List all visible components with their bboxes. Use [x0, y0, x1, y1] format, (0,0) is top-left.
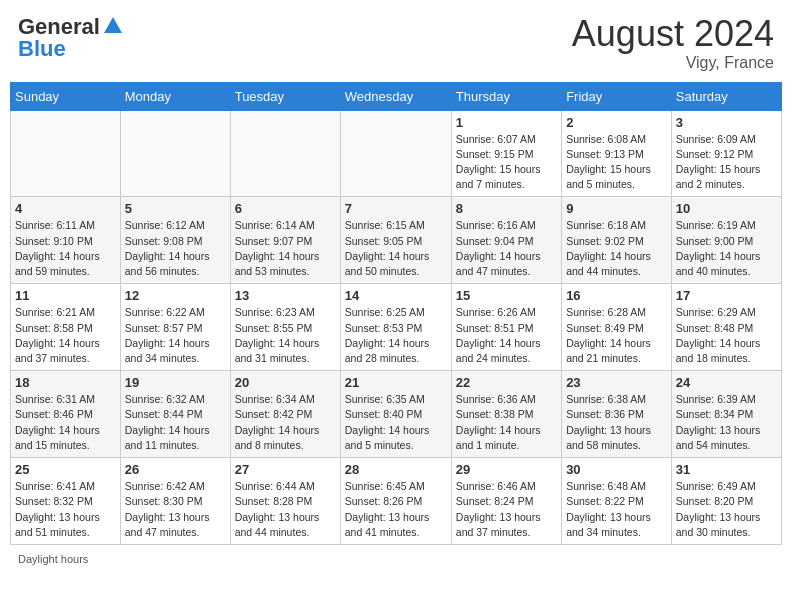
day-number: 18	[15, 375, 116, 390]
calendar-day-header: Friday	[562, 82, 672, 110]
day-number: 30	[566, 462, 667, 477]
day-number: 28	[345, 462, 447, 477]
day-info: Sunrise: 6:19 AM Sunset: 9:00 PM Dayligh…	[676, 218, 777, 279]
calendar-day-cell: 22Sunrise: 6:36 AM Sunset: 8:38 PM Dayli…	[451, 371, 561, 458]
day-info: Sunrise: 6:16 AM Sunset: 9:04 PM Dayligh…	[456, 218, 557, 279]
day-number: 29	[456, 462, 557, 477]
day-number: 13	[235, 288, 336, 303]
day-info: Sunrise: 6:36 AM Sunset: 8:38 PM Dayligh…	[456, 392, 557, 453]
calendar-day-cell: 15Sunrise: 6:26 AM Sunset: 8:51 PM Dayli…	[451, 284, 561, 371]
day-number: 11	[15, 288, 116, 303]
day-info: Sunrise: 6:31 AM Sunset: 8:46 PM Dayligh…	[15, 392, 116, 453]
calendar-week-row: 18Sunrise: 6:31 AM Sunset: 8:46 PM Dayli…	[11, 371, 782, 458]
calendar-week-row: 1Sunrise: 6:07 AM Sunset: 9:15 PM Daylig…	[11, 110, 782, 197]
calendar-day-cell: 11Sunrise: 6:21 AM Sunset: 8:58 PM Dayli…	[11, 284, 121, 371]
calendar-day-cell: 17Sunrise: 6:29 AM Sunset: 8:48 PM Dayli…	[671, 284, 781, 371]
day-info: Sunrise: 6:46 AM Sunset: 8:24 PM Dayligh…	[456, 479, 557, 540]
day-number: 14	[345, 288, 447, 303]
day-info: Sunrise: 6:11 AM Sunset: 9:10 PM Dayligh…	[15, 218, 116, 279]
calendar-day-cell: 19Sunrise: 6:32 AM Sunset: 8:44 PM Dayli…	[120, 371, 230, 458]
calendar-day-cell: 27Sunrise: 6:44 AM Sunset: 8:28 PM Dayli…	[230, 458, 340, 545]
calendar-day-cell: 25Sunrise: 6:41 AM Sunset: 8:32 PM Dayli…	[11, 458, 121, 545]
calendar-day-header: Thursday	[451, 82, 561, 110]
calendar-day-cell: 23Sunrise: 6:38 AM Sunset: 8:36 PM Dayli…	[562, 371, 672, 458]
day-number: 3	[676, 115, 777, 130]
calendar-day-cell: 5Sunrise: 6:12 AM Sunset: 9:08 PM Daylig…	[120, 197, 230, 284]
page-header: General Blue August 2024 Vigy, France	[10, 10, 782, 76]
day-info: Sunrise: 6:41 AM Sunset: 8:32 PM Dayligh…	[15, 479, 116, 540]
day-number: 1	[456, 115, 557, 130]
day-number: 16	[566, 288, 667, 303]
day-info: Sunrise: 6:12 AM Sunset: 9:08 PM Dayligh…	[125, 218, 226, 279]
calendar-day-header: Monday	[120, 82, 230, 110]
day-number: 19	[125, 375, 226, 390]
calendar-day-cell	[120, 110, 230, 197]
calendar-day-cell: 12Sunrise: 6:22 AM Sunset: 8:57 PM Dayli…	[120, 284, 230, 371]
calendar-day-cell: 1Sunrise: 6:07 AM Sunset: 9:15 PM Daylig…	[451, 110, 561, 197]
day-info: Sunrise: 6:23 AM Sunset: 8:55 PM Dayligh…	[235, 305, 336, 366]
location: Vigy, France	[572, 54, 774, 72]
day-info: Sunrise: 6:07 AM Sunset: 9:15 PM Dayligh…	[456, 132, 557, 193]
calendar-day-cell: 2Sunrise: 6:08 AM Sunset: 9:13 PM Daylig…	[562, 110, 672, 197]
day-info: Sunrise: 6:18 AM Sunset: 9:02 PM Dayligh…	[566, 218, 667, 279]
day-info: Sunrise: 6:39 AM Sunset: 8:34 PM Dayligh…	[676, 392, 777, 453]
calendar-day-cell: 21Sunrise: 6:35 AM Sunset: 8:40 PM Dayli…	[340, 371, 451, 458]
day-info: Sunrise: 6:32 AM Sunset: 8:44 PM Dayligh…	[125, 392, 226, 453]
svg-marker-0	[104, 17, 122, 33]
calendar-day-cell: 3Sunrise: 6:09 AM Sunset: 9:12 PM Daylig…	[671, 110, 781, 197]
day-number: 31	[676, 462, 777, 477]
calendar-day-cell	[11, 110, 121, 197]
day-info: Sunrise: 6:34 AM Sunset: 8:42 PM Dayligh…	[235, 392, 336, 453]
day-info: Sunrise: 6:29 AM Sunset: 8:48 PM Dayligh…	[676, 305, 777, 366]
day-number: 4	[15, 201, 116, 216]
day-info: Sunrise: 6:15 AM Sunset: 9:05 PM Dayligh…	[345, 218, 447, 279]
day-number: 20	[235, 375, 336, 390]
day-info: Sunrise: 6:08 AM Sunset: 9:13 PM Dayligh…	[566, 132, 667, 193]
day-number: 9	[566, 201, 667, 216]
day-info: Sunrise: 6:35 AM Sunset: 8:40 PM Dayligh…	[345, 392, 447, 453]
day-number: 24	[676, 375, 777, 390]
calendar-week-row: 11Sunrise: 6:21 AM Sunset: 8:58 PM Dayli…	[11, 284, 782, 371]
logo-icon	[102, 15, 124, 37]
day-info: Sunrise: 6:26 AM Sunset: 8:51 PM Dayligh…	[456, 305, 557, 366]
calendar-day-cell: 20Sunrise: 6:34 AM Sunset: 8:42 PM Dayli…	[230, 371, 340, 458]
day-number: 26	[125, 462, 226, 477]
calendar-day-cell: 8Sunrise: 6:16 AM Sunset: 9:04 PM Daylig…	[451, 197, 561, 284]
calendar-day-cell: 24Sunrise: 6:39 AM Sunset: 8:34 PM Dayli…	[671, 371, 781, 458]
day-info: Sunrise: 6:45 AM Sunset: 8:26 PM Dayligh…	[345, 479, 447, 540]
day-info: Sunrise: 6:09 AM Sunset: 9:12 PM Dayligh…	[676, 132, 777, 193]
calendar-day-cell: 31Sunrise: 6:49 AM Sunset: 8:20 PM Dayli…	[671, 458, 781, 545]
calendar-day-cell: 10Sunrise: 6:19 AM Sunset: 9:00 PM Dayli…	[671, 197, 781, 284]
day-info: Sunrise: 6:25 AM Sunset: 8:53 PM Dayligh…	[345, 305, 447, 366]
logo-blue: Blue	[18, 36, 66, 62]
day-number: 25	[15, 462, 116, 477]
day-info: Sunrise: 6:28 AM Sunset: 8:49 PM Dayligh…	[566, 305, 667, 366]
calendar-day-header: Sunday	[11, 82, 121, 110]
footer-note: Daylight hours	[10, 551, 782, 567]
day-info: Sunrise: 6:14 AM Sunset: 9:07 PM Dayligh…	[235, 218, 336, 279]
calendar-day-cell: 26Sunrise: 6:42 AM Sunset: 8:30 PM Dayli…	[120, 458, 230, 545]
calendar-day-cell: 29Sunrise: 6:46 AM Sunset: 8:24 PM Dayli…	[451, 458, 561, 545]
day-info: Sunrise: 6:38 AM Sunset: 8:36 PM Dayligh…	[566, 392, 667, 453]
title-area: August 2024 Vigy, France	[572, 14, 774, 72]
day-number: 23	[566, 375, 667, 390]
day-number: 27	[235, 462, 336, 477]
day-number: 17	[676, 288, 777, 303]
calendar-week-row: 4Sunrise: 6:11 AM Sunset: 9:10 PM Daylig…	[11, 197, 782, 284]
day-number: 10	[676, 201, 777, 216]
day-number: 22	[456, 375, 557, 390]
day-number: 12	[125, 288, 226, 303]
calendar-day-cell: 6Sunrise: 6:14 AM Sunset: 9:07 PM Daylig…	[230, 197, 340, 284]
day-number: 5	[125, 201, 226, 216]
calendar-week-row: 25Sunrise: 6:41 AM Sunset: 8:32 PM Dayli…	[11, 458, 782, 545]
day-number: 6	[235, 201, 336, 216]
month-title: August 2024	[572, 14, 774, 54]
calendar: SundayMondayTuesdayWednesdayThursdayFrid…	[10, 82, 782, 545]
day-info: Sunrise: 6:42 AM Sunset: 8:30 PM Dayligh…	[125, 479, 226, 540]
calendar-header-row: SundayMondayTuesdayWednesdayThursdayFrid…	[11, 82, 782, 110]
calendar-day-cell: 30Sunrise: 6:48 AM Sunset: 8:22 PM Dayli…	[562, 458, 672, 545]
day-number: 21	[345, 375, 447, 390]
calendar-day-header: Wednesday	[340, 82, 451, 110]
day-info: Sunrise: 6:49 AM Sunset: 8:20 PM Dayligh…	[676, 479, 777, 540]
calendar-day-cell	[340, 110, 451, 197]
